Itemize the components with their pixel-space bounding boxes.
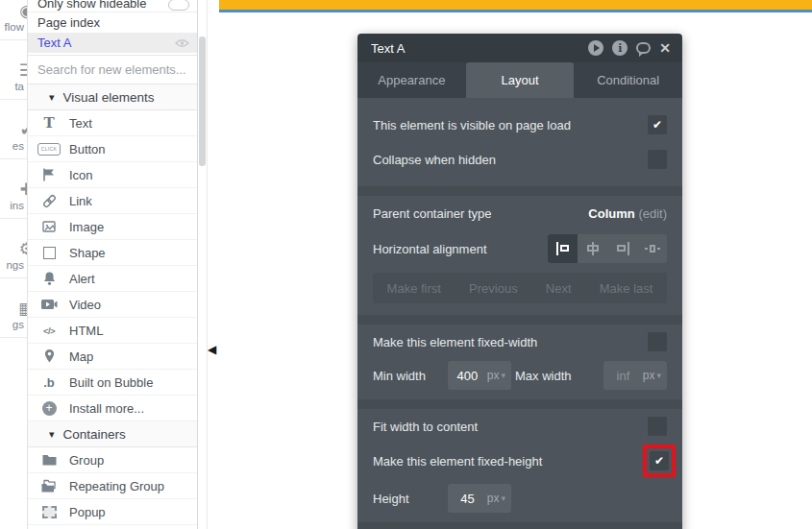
- page-index-label: Page index: [37, 15, 100, 30]
- collapse-when-hidden-row: Collapse when hidden: [357, 142, 682, 177]
- height-label: Height: [373, 492, 448, 506]
- palette-item-shape[interactable]: Shape: [28, 240, 197, 266]
- parent-container-edit-link[interactable]: (edit): [638, 206, 667, 221]
- settings-icon: ⚙: [0, 219, 27, 257]
- max-width-input[interactable]: inf px ▾: [603, 361, 667, 390]
- palette-item-alert[interactable]: Alert: [28, 266, 197, 292]
- info-icon[interactable]: i: [612, 40, 627, 56]
- section-divider: [357, 522, 682, 529]
- eye-icon[interactable]: [175, 38, 189, 48]
- make-last-button[interactable]: Make last: [600, 281, 653, 296]
- height-input[interactable]: 45 px ▾: [448, 484, 511, 513]
- palette-item-label: Link: [69, 194, 92, 208]
- nav-item-data[interactable]: ☰ ta: [0, 40, 27, 100]
- horizontal-alignment-label: Horizontal alignment: [373, 242, 487, 256]
- tab-conditional[interactable]: Conditional: [574, 62, 682, 98]
- palette-item-label: Group: [69, 453, 104, 468]
- collapse-when-hidden-label: Collapse when hidden: [373, 153, 496, 167]
- hideable-toggle[interactable]: [168, 0, 189, 11]
- elements-palette: Only show hideable Page index Text A Sea…: [27, 0, 198, 529]
- tab-layout[interactable]: Layout: [466, 62, 575, 98]
- height-section: Fit width to content Make this element f…: [357, 409, 682, 522]
- tree-item-text-a[interactable]: Text A: [28, 33, 197, 53]
- palette-item-label: Button: [69, 142, 106, 156]
- text-a-label: Text A: [37, 36, 71, 50]
- section-title: Visual elements: [63, 90, 155, 105]
- align-left-button[interactable]: [548, 234, 578, 263]
- nav-item-settings[interactable]: ⚙ ngs: [0, 219, 27, 278]
- only-show-hideable-label: Only show hideable: [37, 0, 146, 11]
- fixed-height-label: Make this element fixed-height: [373, 454, 542, 469]
- height-unit[interactable]: px: [487, 492, 500, 505]
- palette-item-install-more[interactable]: + Install more...: [28, 396, 197, 421]
- property-editor-titlebar[interactable]: Text A i ✕: [357, 34, 682, 62]
- palette-item-repeating-group[interactable]: Repeating Group: [28, 473, 197, 499]
- palette-item-video[interactable]: Video: [28, 292, 197, 318]
- palette-scrollbar-thumb[interactable]: [199, 36, 206, 166]
- elements-search-input[interactable]: Search for new elements...: [28, 55, 197, 84]
- nav-item-workflow[interactable]: ◉ flow: [0, 0, 27, 40]
- code-icon: </>: [37, 325, 61, 336]
- section-header-visual-elements[interactable]: ▾ Visual elements: [28, 84, 197, 110]
- fixed-height-checkbox[interactable]: ✔: [650, 451, 669, 470]
- make-first-button[interactable]: Make first: [387, 281, 441, 296]
- nav-item-styles[interactable]: ✔ es: [0, 100, 27, 159]
- canvas-text-a-element[interactable]: [219, 0, 812, 10]
- parent-container-row: Parent container type Column (edit): [357, 198, 682, 228]
- palette-item-link[interactable]: Link: [28, 188, 197, 214]
- align-center-button[interactable]: [578, 234, 607, 263]
- palette-item-popup[interactable]: Popup: [28, 499, 197, 525]
- palette-item-map[interactable]: Map: [28, 344, 197, 370]
- collapse-when-hidden-checkbox[interactable]: [648, 150, 667, 169]
- tab-appearance[interactable]: Appearance: [357, 62, 466, 98]
- tree-item-page-index[interactable]: Page index: [28, 12, 197, 33]
- map-pin-icon: [37, 349, 61, 364]
- palette-item-button[interactable]: CLICK Button: [28, 136, 197, 162]
- fixed-width-label: Make this element fixed-width: [373, 335, 537, 349]
- max-width-value: inf: [603, 369, 643, 383]
- fixed-height-row: Make this element fixed-height ✔: [357, 442, 682, 480]
- visible-on-load-checkbox[interactable]: ✔: [648, 115, 667, 134]
- container-section: Parent container type Column (edit) Hori…: [357, 196, 682, 315]
- fit-width-checkbox[interactable]: [648, 417, 667, 436]
- close-icon[interactable]: ✕: [659, 41, 671, 55]
- palette-item-image[interactable]: Image: [28, 214, 197, 240]
- palette-item-label: Repeating Group: [69, 479, 164, 493]
- canvas-selection-border: [219, 10, 812, 12]
- preview-play-icon[interactable]: [588, 40, 603, 56]
- palette-item-group[interactable]: Group: [28, 447, 197, 473]
- collapse-panel-arrow-icon[interactable]: ◀: [208, 343, 216, 356]
- nav-item-logs[interactable]: ▦ gs: [0, 278, 27, 338]
- comment-icon[interactable]: [636, 42, 651, 54]
- canvas-left-border: [207, 0, 208, 529]
- visible-on-load-label: This element is visible on page load: [373, 118, 571, 132]
- next-button[interactable]: Next: [546, 281, 572, 296]
- fixed-width-checkbox[interactable]: [648, 332, 667, 351]
- max-width-unit[interactable]: px: [643, 369, 655, 382]
- palette-item-html[interactable]: </> HTML: [28, 318, 197, 344]
- min-width-unit[interactable]: px: [487, 369, 500, 382]
- section-divider: [357, 399, 682, 409]
- property-editor-tabs: Appearance Layout Conditional: [357, 62, 682, 98]
- align-fit-button[interactable]: [637, 234, 667, 263]
- palette-item-icon[interactable]: Icon: [28, 162, 197, 188]
- nav-item-plugins[interactable]: ✚ ins: [0, 159, 27, 219]
- min-width-value: 400: [448, 369, 487, 383]
- palette-item-text[interactable]: T Text: [28, 110, 197, 136]
- chevron-down-icon: ▾: [49, 91, 55, 104]
- min-width-input[interactable]: 400 px ▾: [448, 361, 511, 390]
- data-icon: ☰: [0, 40, 27, 79]
- palette-item-label: Icon: [69, 168, 93, 182]
- styles-icon: ✔: [0, 100, 27, 138]
- shape-icon: [37, 247, 61, 259]
- property-editor: Text A i ✕ Appearance Layout Conditional…: [357, 34, 682, 529]
- folders-icon: [37, 479, 61, 493]
- palette-item-built-on-bubble[interactable]: .b Built on Bubble: [28, 370, 197, 396]
- align-right-button[interactable]: [607, 234, 637, 263]
- nav-label: ins: [0, 200, 27, 211]
- min-width-label: Min width: [373, 369, 448, 383]
- section-header-containers[interactable]: ▾ Containers: [28, 421, 197, 447]
- previous-button[interactable]: Previous: [469, 281, 518, 296]
- parent-container-label: Parent container type: [373, 206, 492, 221]
- palette-item-label: Shape: [69, 246, 106, 260]
